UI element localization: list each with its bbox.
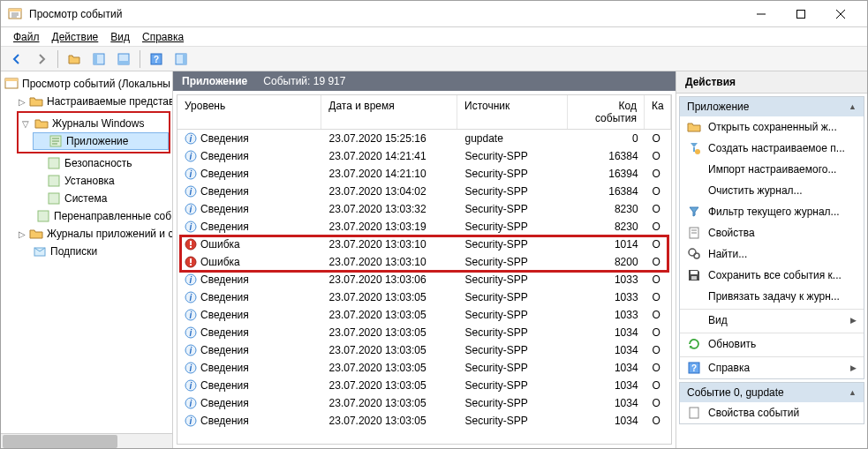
toolbar-pane2-icon[interactable] bbox=[113, 49, 134, 70]
action-find[interactable]: Найти... bbox=[680, 243, 864, 265]
cell-source: Security-SPP bbox=[457, 290, 568, 304]
svg-text:i: i bbox=[190, 275, 192, 285]
close-button[interactable] bbox=[820, 2, 860, 26]
tree-system-label: Система bbox=[64, 192, 107, 205]
actions-sec-app-header[interactable]: Приложение ▲ bbox=[680, 97, 864, 116]
actions-sec-app-label: Приложение bbox=[687, 101, 749, 113]
table-row[interactable]: iСведения23.07.2020 13:03:05Security-SPP… bbox=[177, 359, 671, 377]
table-row[interactable]: Ошибка23.07.2020 13:03:10Security-SPP820… bbox=[177, 253, 671, 271]
action-properties[interactable]: Свойства bbox=[680, 222, 864, 243]
table-row[interactable]: iСведения23.07.2020 13:03:05Security-SPP… bbox=[177, 377, 671, 394]
tree-windows-logs[interactable]: ▽ Журналы Windows bbox=[19, 115, 169, 132]
toolbar-open-icon[interactable] bbox=[64, 49, 85, 70]
action-view-label: Вид bbox=[708, 314, 843, 326]
svg-text:i: i bbox=[190, 363, 192, 373]
action-save-all[interactable]: Сохранить все события к... bbox=[680, 265, 864, 286]
tree-security[interactable]: Безопасность bbox=[31, 154, 170, 172]
svg-rect-75 bbox=[690, 408, 698, 418]
tree-subscriptions[interactable]: Подписки bbox=[17, 243, 170, 260]
save-icon bbox=[687, 268, 701, 282]
cell-level: Сведения bbox=[200, 397, 249, 409]
action-view[interactable]: Вид ▶ bbox=[680, 310, 864, 331]
toolbar-pane3-icon[interactable] bbox=[170, 49, 192, 70]
expand-icon[interactable]: ▷ bbox=[19, 228, 26, 239]
action-help[interactable]: ? Справка ▶ bbox=[680, 357, 864, 378]
action-create-custom[interactable]: Создать настраиваемое п... bbox=[680, 138, 864, 159]
col-source[interactable]: Источник bbox=[457, 95, 568, 129]
info-icon: i bbox=[185, 326, 197, 339]
tree-forwarded[interactable]: Перенаправленные соб bbox=[31, 207, 170, 225]
table-row[interactable]: iСведения23.07.2020 13:03:19Security-SPP… bbox=[177, 218, 671, 236]
table-row[interactable]: iСведения23.07.2020 13:03:05Security-SPP… bbox=[177, 324, 671, 341]
cell-level: Ошибка bbox=[200, 256, 240, 268]
cell-level: Сведения bbox=[200, 326, 249, 339]
action-import-custom-label: Импорт настраиваемого... bbox=[708, 163, 836, 176]
table-row[interactable]: iСведения23.07.2020 15:25:16gupdate0О bbox=[177, 130, 671, 147]
table-row[interactable]: iСведения23.07.2020 13:03:05Security-SPP… bbox=[177, 394, 671, 412]
actions-pane: Действия Приложение ▲ Открыть сохраненны… bbox=[676, 71, 867, 448]
menu-action[interactable]: Действие bbox=[47, 29, 104, 45]
cell-eventid: 8230 bbox=[569, 220, 645, 234]
info-icon: i bbox=[185, 273, 197, 286]
window-controls bbox=[741, 2, 860, 26]
col-eventid[interactable]: Код события bbox=[568, 95, 645, 129]
collapse-icon[interactable]: ▽ bbox=[20, 118, 31, 129]
expand-icon[interactable]: ▷ bbox=[19, 96, 26, 107]
action-import-custom[interactable]: Импорт настраиваемого... bbox=[680, 159, 864, 180]
maximize-button[interactable] bbox=[781, 2, 820, 26]
actions-sec-event-header[interactable]: Событие 0, gupdate ▲ bbox=[680, 383, 864, 402]
cell-category: О bbox=[645, 184, 671, 198]
window-title: Просмотр событий bbox=[29, 8, 741, 20]
tree-app-services[interactable]: ▷ Журналы приложений и сл bbox=[17, 225, 170, 243]
tree-custom-views[interactable]: ▷ Настраиваемые представле bbox=[17, 93, 170, 110]
cell-source: Security-SPP bbox=[457, 149, 568, 163]
info-icon: i bbox=[185, 185, 197, 198]
titlebar: Просмотр событий bbox=[1, 1, 867, 27]
app-icon bbox=[8, 7, 22, 21]
action-attach-task[interactable]: Привязать задачу к журн... bbox=[680, 286, 864, 307]
menu-view[interactable]: Вид bbox=[105, 29, 135, 45]
actions-body[interactable]: Приложение ▲ Открыть сохраненный ж... Со… bbox=[676, 94, 867, 448]
log-icon bbox=[49, 134, 63, 148]
tree-system[interactable]: Система bbox=[31, 190, 170, 207]
action-find-label: Найти... bbox=[708, 248, 747, 260]
toolbar-pane1-icon[interactable] bbox=[88, 49, 109, 70]
tree-root[interactable]: Просмотр событий (Локальны bbox=[3, 75, 170, 93]
table-row[interactable]: iСведения23.07.2020 14:21:41Security-SPP… bbox=[177, 147, 671, 165]
table-row[interactable]: Ошибка23.07.2020 13:03:10Security-SPP101… bbox=[177, 236, 671, 253]
event-grid[interactable]: Уровень Дата и время Источник Код событи… bbox=[177, 94, 672, 445]
col-date[interactable]: Дата и время bbox=[321, 95, 457, 129]
svg-text:i: i bbox=[190, 222, 192, 232]
action-open-saved[interactable]: Открыть сохраненный ж... bbox=[680, 116, 864, 138]
table-row[interactable]: iСведения23.07.2020 13:04:02Security-SPP… bbox=[177, 183, 671, 200]
table-row[interactable]: iСведения23.07.2020 13:03:05Security-SPP… bbox=[177, 412, 671, 430]
svg-rect-16 bbox=[183, 54, 186, 64]
action-refresh[interactable]: Обновить bbox=[680, 333, 864, 355]
table-row[interactable]: iСведения23.07.2020 13:03:05Security-SPP… bbox=[177, 306, 671, 324]
menu-file[interactable]: Файл bbox=[8, 29, 45, 45]
menu-help[interactable]: Справка bbox=[137, 29, 189, 45]
tree-hscrollbar[interactable] bbox=[1, 433, 172, 448]
tree-application[interactable]: Приложение bbox=[33, 132, 169, 150]
col-category[interactable]: Ка bbox=[645, 95, 671, 129]
tree-pane[interactable]: Просмотр событий (Локальны ▷ Настраиваем… bbox=[1, 71, 173, 448]
back-button[interactable] bbox=[6, 49, 27, 70]
table-row[interactable]: iСведения23.07.2020 14:21:10Security-SPP… bbox=[177, 165, 671, 183]
svg-text:i: i bbox=[190, 205, 192, 214]
col-level[interactable]: Уровень bbox=[177, 95, 321, 129]
forward-button[interactable] bbox=[31, 49, 52, 70]
cell-eventid: 1034 bbox=[569, 414, 645, 428]
table-row[interactable]: iСведения23.07.2020 13:03:05Security-SPP… bbox=[177, 341, 671, 359]
actions-sec-event-label: Событие 0, gupdate bbox=[687, 386, 784, 399]
action-clear-log[interactable]: Очистить журнал... bbox=[680, 180, 864, 201]
minimize-button[interactable] bbox=[741, 2, 781, 26]
folder-icon bbox=[34, 116, 49, 131]
tree-setup[interactable]: Установка bbox=[31, 172, 170, 190]
table-row[interactable]: iСведения23.07.2020 13:03:32Security-SPP… bbox=[177, 200, 671, 218]
table-row[interactable]: iСведения23.07.2020 13:03:06Security-SPP… bbox=[177, 271, 671, 288]
action-event-properties[interactable]: Свойства событий bbox=[680, 402, 864, 423]
action-filter[interactable]: Фильтр текущего журнал... bbox=[680, 201, 864, 222]
toolbar-help-icon[interactable]: ? bbox=[146, 49, 167, 70]
table-row[interactable]: iСведения23.07.2020 13:03:05Security-SPP… bbox=[177, 288, 671, 306]
collapse-up-icon: ▲ bbox=[849, 102, 857, 111]
